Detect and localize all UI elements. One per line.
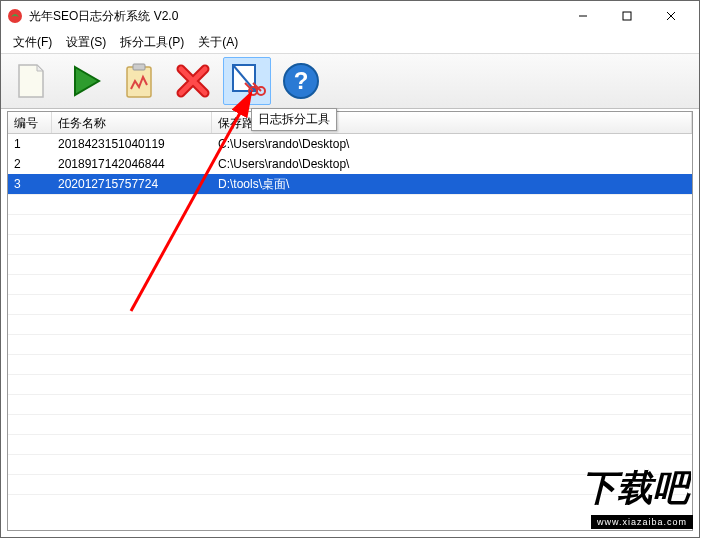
empty-row [8, 234, 692, 254]
window-controls [561, 2, 693, 30]
play-icon [65, 61, 105, 101]
toolbar: ? 日志拆分工具 [1, 53, 699, 109]
empty-row [8, 214, 692, 234]
clipboard-icon [119, 61, 159, 101]
help-button[interactable]: ? [277, 57, 325, 105]
grid-body: 12018423151040119C:\Users\rando\Desktop\… [8, 134, 692, 514]
grid-header: 编号 任务名称 保存路径 [8, 112, 692, 134]
svg-rect-2 [623, 12, 631, 20]
cell-id: 1 [8, 135, 52, 153]
watermark-logo: 下载吧 [541, 462, 691, 513]
table-row[interactable]: 22018917142046844C:\Users\rando\Desktop\ [8, 154, 692, 174]
split-tool-button[interactable] [223, 57, 271, 105]
empty-row [8, 254, 692, 274]
cell-id: 2 [8, 155, 52, 173]
empty-row [8, 294, 692, 314]
empty-row [8, 414, 692, 434]
svg-rect-5 [127, 67, 151, 97]
menubar: 文件(F) 设置(S) 拆分工具(P) 关于(A) [1, 31, 699, 53]
menu-settings[interactable]: 设置(S) [60, 32, 112, 53]
app-icon [7, 8, 23, 24]
run-button[interactable] [61, 57, 109, 105]
menu-file[interactable]: 文件(F) [7, 32, 58, 53]
titlebar: 光年SEO日志分析系统 V2.0 [1, 1, 699, 31]
menu-about[interactable]: 关于(A) [192, 32, 244, 53]
empty-row [8, 394, 692, 414]
svg-text:?: ? [294, 67, 309, 94]
header-name[interactable]: 任务名称 [52, 112, 212, 133]
empty-row [8, 354, 692, 374]
watermark-url: www.xiazaiba.com [591, 515, 693, 529]
empty-row [8, 334, 692, 354]
tooltip-split-tool: 日志拆分工具 [251, 108, 337, 131]
svg-rect-6 [133, 64, 145, 70]
new-task-button[interactable] [7, 57, 55, 105]
empty-row [8, 434, 692, 454]
cell-id: 3 [8, 175, 52, 193]
maximize-button[interactable] [605, 2, 649, 30]
delete-button[interactable] [169, 57, 217, 105]
new-doc-icon [11, 61, 51, 101]
cell-path: D:\tools\桌面\ [212, 174, 692, 195]
window-title: 光年SEO日志分析系统 V2.0 [29, 8, 561, 25]
minimize-button[interactable] [561, 2, 605, 30]
empty-row [8, 314, 692, 334]
empty-row [8, 374, 692, 394]
split-tool-icon [227, 61, 267, 101]
delete-x-icon [173, 61, 213, 101]
empty-row [8, 194, 692, 214]
table-row[interactable]: 12018423151040119C:\Users\rando\Desktop\ [8, 134, 692, 154]
menu-split-tools[interactable]: 拆分工具(P) [114, 32, 190, 53]
help-icon: ? [281, 61, 321, 101]
report-button[interactable] [115, 57, 163, 105]
cell-name: 2018917142046844 [52, 155, 212, 173]
svg-text:下载吧: 下载吧 [581, 467, 691, 508]
header-id[interactable]: 编号 [8, 112, 52, 133]
cell-path: C:\Users\rando\Desktop\ [212, 135, 692, 153]
empty-row [8, 274, 692, 294]
close-button[interactable] [649, 2, 693, 30]
cell-path: C:\Users\rando\Desktop\ [212, 155, 692, 173]
cell-name: 2018423151040119 [52, 135, 212, 153]
app-window: 光年SEO日志分析系统 V2.0 文件(F) 设置(S) 拆分工具(P) 关于(… [0, 0, 700, 538]
cell-name: 202012715757724 [52, 175, 212, 193]
table-row[interactable]: 3202012715757724D:\tools\桌面\ [8, 174, 692, 194]
